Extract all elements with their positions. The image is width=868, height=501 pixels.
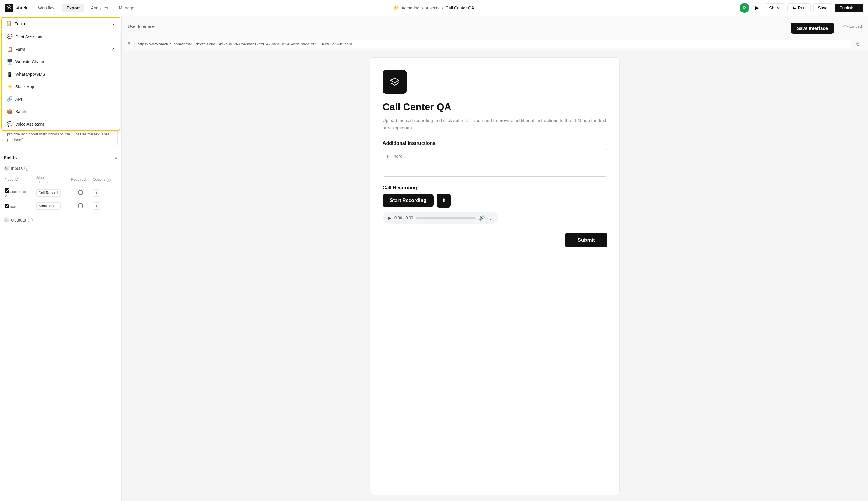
more-options-icon[interactable]: ⋮: [488, 215, 493, 221]
outputs-circle-icon: ↻: [4, 217, 9, 223]
table-row: audio2text-0 +: [4, 186, 118, 200]
sidebar-content: Upload the call recording and click Subm…: [0, 122, 121, 501]
logo-text: stack: [15, 5, 28, 11]
save-button[interactable]: Save: [813, 3, 832, 12]
add-option-btn-0[interactable]: +: [93, 189, 100, 196]
refresh-icon[interactable]: ↻: [128, 41, 132, 47]
col-required: Required: [69, 173, 92, 186]
project-name: Acme Inc.'s projects: [401, 6, 439, 10]
inputs-circle-icon: ↻: [4, 166, 9, 171]
volume-icon[interactable]: 🔊: [479, 215, 485, 221]
voice-assistant-icon: 💬: [7, 121, 12, 127]
row1-checkbox[interactable]: [5, 204, 9, 208]
nav-export[interactable]: Export: [62, 4, 84, 12]
preview-area: Call Center QA Upload the call recording…: [122, 51, 868, 501]
col-node-id: Node ID: [4, 173, 35, 186]
alias-cell-0: [35, 186, 69, 200]
slack-app-label: Slack App: [15, 84, 34, 89]
options-info-icon: i: [107, 178, 111, 182]
main-layout: 📋 Form ⌄ 💬 Chat Assistant 📋 Form ✓ 🖥️ We…: [0, 16, 868, 501]
menu-item-batch[interactable]: 📦 Batch: [2, 105, 120, 118]
breadcrumb: 📁 Acme Inc.'s projects / Call Center QA: [394, 6, 474, 10]
dropdown-chevron: ⌄: [111, 21, 115, 26]
required-cell-0: [69, 186, 92, 200]
selected-check-icon: ✓: [111, 47, 115, 52]
run-play-icon: ▶: [793, 6, 796, 10]
options-cell-0: +: [92, 186, 118, 200]
nav-analytics[interactable]: Analytics: [87, 4, 112, 12]
menu-item-chat-assistant[interactable]: 💬 Chat Assistant: [2, 30, 120, 43]
folder-icon: 📁: [394, 6, 399, 10]
preview-card: Call Center QA Upload the call recording…: [370, 57, 620, 495]
menu-item-slack-app[interactable]: ⚡ Slack App: [2, 81, 120, 93]
current-page: Call Center QA: [446, 6, 474, 10]
play-icon-btn[interactable]: ▶: [752, 3, 762, 13]
time-display: 0:00 / 0:00: [394, 215, 413, 220]
preview-logo-icon: [387, 74, 402, 89]
add-option-btn-1[interactable]: +: [93, 202, 100, 210]
interface-type-dropdown[interactable]: 📋 Form ⌄: [1, 17, 120, 29]
share-button[interactable]: Share: [764, 3, 785, 12]
col-alias: Alias(optional): [35, 173, 69, 186]
svg-rect-1: [387, 74, 402, 89]
embed-link[interactable]: </> Embed: [843, 24, 862, 29]
api-icon: 🔗: [7, 96, 12, 102]
run-button[interactable]: ▶ Run: [787, 3, 811, 12]
recording-controls: Start Recording ⬆: [383, 194, 607, 207]
nav-manager[interactable]: Manager: [115, 4, 140, 12]
fields-header: Fields ▲: [4, 152, 118, 163]
alias-input-1[interactable]: [36, 202, 61, 210]
preview-logo: [383, 70, 407, 94]
url-input[interactable]: [134, 40, 851, 49]
required-checkbox-0[interactable]: [78, 190, 83, 195]
batch-label: Batch: [15, 109, 26, 114]
whatsapp-sms-label: WhatsApp/SMS: [15, 72, 45, 77]
menu-item-form[interactable]: 📋 Form ✓: [2, 43, 120, 55]
sidebar: 📋 Form ⌄ 💬 Chat Assistant 📋 Form ✓ 🖥️ We…: [0, 16, 122, 501]
alias-input-0[interactable]: [36, 189, 61, 196]
menu-item-website-chatbot[interactable]: 🖥️ Website Chatbot: [2, 55, 120, 68]
progress-bar[interactable]: [416, 217, 476, 218]
interface-label: User Interface: [128, 24, 154, 29]
copy-icon[interactable]: ⧉: [854, 40, 862, 48]
topbar: stack Workflow Export Analytics Manager …: [0, 0, 868, 16]
outputs-section: ↻ Outputs i: [4, 217, 118, 223]
start-recording-button[interactable]: Start Recording: [383, 194, 434, 207]
menu-item-whatsapp-sms[interactable]: 📱 WhatsApp/SMS: [2, 68, 120, 81]
breadcrumb-separator: /: [442, 6, 443, 10]
menu-item-voice-assistant[interactable]: 💬 Voice Assistant: [2, 118, 120, 130]
form-menu-icon: 📋: [7, 46, 12, 52]
upload-button[interactable]: ⬆: [437, 194, 451, 207]
inputs-label: Inputs: [11, 166, 22, 171]
embed-code-icon: </>: [843, 24, 848, 29]
row0-checkbox[interactable]: [5, 189, 9, 193]
preview-title: Call Center QA: [383, 102, 607, 113]
menu-item-api[interactable]: 🔗 API: [2, 93, 120, 105]
content-area: User Interface Save Interface </> Embed …: [122, 16, 868, 501]
inputs-info-icon: i: [24, 166, 29, 171]
nav-workflow[interactable]: Workflow: [34, 4, 60, 12]
api-label: API: [15, 97, 22, 102]
submit-button[interactable]: Submit: [565, 233, 607, 247]
play-button[interactable]: ▶: [388, 215, 392, 220]
interface-type-menu: 💬 Chat Assistant 📋 Form ✓ 🖥️ Website Cha…: [1, 30, 120, 131]
dropdown-label: Form: [14, 21, 25, 26]
logo-icon: [5, 4, 13, 12]
avatar: P: [740, 3, 749, 13]
recording-section: Call Recording Start Recording ⬆ ▶ 0:00 …: [383, 185, 607, 224]
slack-app-icon: ⚡: [7, 84, 12, 89]
call-recording-label: Call Recording: [383, 185, 607, 191]
additional-instructions-input[interactable]: [383, 149, 607, 177]
preview-description: Upload the call recording and click subm…: [383, 117, 607, 131]
col-options: Options i: [92, 173, 118, 186]
app-logo: stack: [5, 4, 28, 12]
save-interface-button[interactable]: Save Interface: [791, 22, 834, 34]
chat-assistant-icon: 💬: [7, 34, 12, 40]
required-cell-1: [69, 200, 92, 212]
interface-bar: User Interface Save Interface </> Embed: [122, 16, 868, 37]
voice-assistant-label: Voice Assistant: [15, 122, 44, 127]
fields-label: Fields: [4, 155, 17, 160]
publish-button[interactable]: Publish ⌄: [835, 4, 863, 12]
required-checkbox-1[interactable]: [78, 203, 83, 208]
table-row: in-0 +: [4, 200, 118, 212]
